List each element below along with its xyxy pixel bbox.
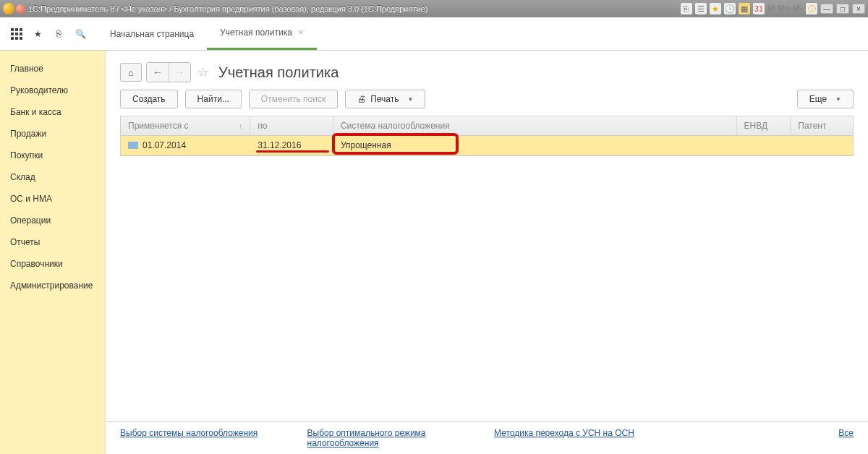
cell-start-value: 01.07.2014 [142, 140, 186, 150]
top-toolbar: ★ ⎘ 🔍 Начальная страница Учетная политик… [0, 17, 868, 51]
tab-accounting-policy[interactable]: Учетная политика ✕ [207, 17, 317, 50]
sidebar-item-assets[interactable]: ОС и НМА [0, 188, 105, 210]
clipboard-icon[interactable]: ⎘ [53, 27, 66, 40]
more-button[interactable]: Еще ▼ [797, 90, 854, 108]
home-button[interactable]: ⌂ [120, 63, 142, 82]
col-patent[interactable]: Патент [791, 116, 853, 135]
sidebar-item-bank[interactable]: Банк и касса [0, 101, 105, 123]
print-button[interactable]: 🖨 Печать ▼ [345, 90, 425, 108]
titlebar-left-icons [3, 3, 25, 14]
spacer [106, 156, 868, 421]
info-icon[interactable]: ⓘ [806, 3, 817, 14]
app-icon [3, 3, 14, 14]
mem-m[interactable]: M [767, 4, 775, 14]
link-method[interactable]: Методика перехода с УСН на ОСН [494, 428, 634, 438]
cancel-search-button[interactable]: Отменить поиск [249, 90, 338, 108]
sidebar-item-purchases[interactable]: Покупки [0, 145, 105, 166]
star-icon[interactable]: ★ [31, 27, 44, 40]
sidebar-item-warehouse[interactable]: Склад [0, 166, 105, 188]
close-button[interactable]: × [852, 4, 865, 14]
forward-button[interactable]: → [169, 63, 190, 82]
sidebar: Главное Руководителю Банк и касса Продаж… [0, 51, 106, 454]
cell-tax-value: Упрощенная [341, 140, 391, 150]
link-all[interactable]: Все [838, 428, 854, 438]
data-table: Применяется с ↑ по Система налогообложен… [120, 116, 854, 156]
calendar-icon[interactable]: 31 [753, 3, 765, 14]
document-icon [128, 142, 138, 149]
col-envd[interactable]: ЕНВД [737, 116, 791, 135]
sidebar-item-main[interactable]: Главное [0, 58, 105, 80]
search-icon[interactable]: 🔍 [74, 27, 87, 40]
page-tabs: Начальная страница Учетная политика ✕ [97, 17, 317, 50]
maximize-button[interactable]: □ [836, 4, 849, 14]
link-optimal-mode[interactable]: Выбор оптимального режима налогообложени… [307, 428, 426, 448]
tab-active-label: Учетная политика [220, 27, 292, 38]
print-icon: 🖨 [357, 94, 366, 104]
calc-icon[interactable]: ▦ [739, 3, 750, 14]
col-end-label: по [258, 121, 267, 131]
tb-icon-1[interactable]: ⎘ [681, 3, 692, 14]
history-icon[interactable]: 🕓 [724, 3, 736, 14]
table-header: Применяется с ↑ по Система налогообложен… [121, 116, 853, 136]
col-end[interactable]: по [250, 116, 333, 135]
window-titlebar: 1С:Предприниматель 8 / <Не указан> / Бух… [0, 0, 868, 17]
print-label: Печать [370, 94, 399, 104]
cell-patent [791, 136, 853, 155]
sidebar-item-reports[interactable]: Отчеты [0, 231, 105, 253]
table-row[interactable]: 01.07.2014 31.12.2016 Упрощенная [121, 136, 853, 155]
chevron-down-icon: ▼ [407, 96, 413, 103]
col-tax[interactable]: Система налогообложения [333, 116, 737, 135]
col-start-label: Применяется с [128, 121, 189, 131]
sidebar-item-admin[interactable]: Администрирование [0, 275, 105, 296]
dropdown-icon[interactable] [16, 4, 25, 14]
favorite-star-icon[interactable]: ☆ [195, 64, 211, 80]
close-icon[interactable]: ✕ [298, 29, 304, 36]
col-envd-label: ЕНВД [744, 121, 768, 131]
nav-buttons: ← → [146, 62, 191, 82]
titlebar-right-icons: ⎘ ☰ ★ 🕓 ▦ 31 M M+ M- ⓘ — □ × [681, 3, 865, 14]
sort-asc-icon: ↑ [239, 122, 242, 130]
mem-mplus[interactable]: M+ [778, 4, 790, 14]
create-button[interactable]: Создать [120, 90, 178, 108]
cell-end: 31.12.2016 [250, 136, 333, 155]
footer-links: Выбор системы налогообложения Выбор опти… [106, 421, 868, 454]
col-tax-label: Система налогообложения [341, 121, 450, 131]
tab-home[interactable]: Начальная страница [97, 17, 207, 50]
col-patent-label: Патент [798, 121, 826, 131]
link-tax-system[interactable]: Выбор системы налогообложения [120, 428, 258, 438]
minimize-button[interactable]: — [820, 4, 833, 14]
favorite-icon[interactable]: ★ [710, 3, 721, 14]
command-bar: Создать Найти... Отменить поиск 🖨 Печать… [106, 90, 868, 116]
toolbar-left-icons: ★ ⎘ 🔍 [0, 27, 97, 40]
sidebar-item-operations[interactable]: Операции [0, 210, 105, 231]
sidebar-item-sales[interactable]: Продажи [0, 123, 105, 145]
mem-mminus[interactable]: M- [793, 4, 803, 14]
tb-icon-2[interactable]: ☰ [695, 3, 707, 14]
main-area: Главное Руководителю Банк и касса Продаж… [0, 51, 868, 454]
page-title: Учетная политика [218, 64, 339, 81]
col-start[interactable]: Применяется с ↑ [121, 116, 250, 135]
back-button[interactable]: ← [147, 63, 169, 82]
sidebar-item-catalogs[interactable]: Справочники [0, 253, 105, 275]
tab-home-label: Начальная страница [110, 29, 194, 39]
sidebar-item-manager[interactable]: Руководителю [0, 80, 105, 101]
cell-start: 01.07.2014 [121, 136, 250, 155]
window-title: 1С:Предприниматель 8 / <Не указан> / Бух… [28, 4, 678, 13]
cell-envd [737, 136, 791, 155]
page-header: ⌂ ← → ☆ Учетная политика [106, 51, 868, 90]
apps-icon[interactable] [10, 27, 23, 40]
cell-tax: Упрощенная [333, 136, 737, 155]
chevron-down-icon: ▼ [835, 96, 841, 103]
more-label: Еще [809, 94, 827, 104]
find-button[interactable]: Найти... [185, 90, 242, 108]
content-area: ⌂ ← → ☆ Учетная политика Создать Найти..… [106, 51, 868, 454]
cell-end-value: 31.12.2016 [258, 140, 301, 150]
